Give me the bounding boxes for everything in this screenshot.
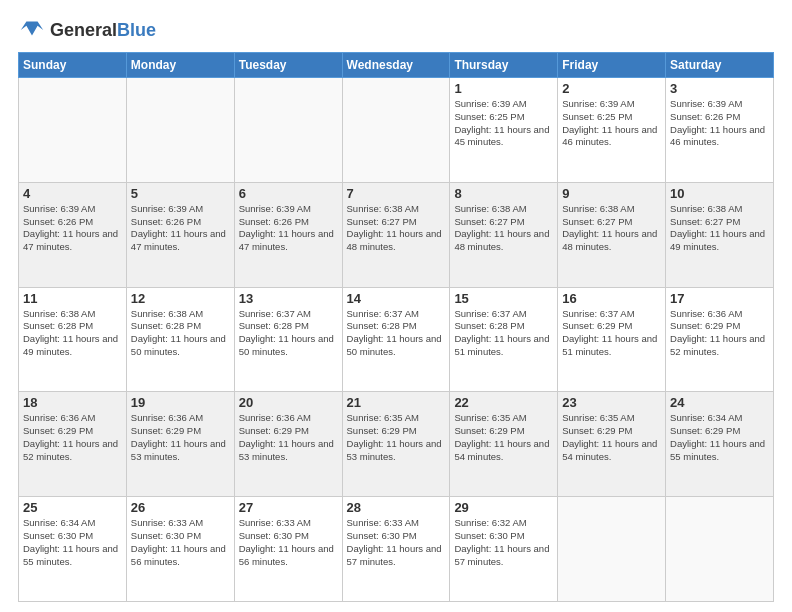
calendar-cell: 11Sunrise: 6:38 AM Sunset: 6:28 PM Dayli…: [19, 287, 127, 392]
day-of-week-header: Tuesday: [234, 53, 342, 78]
calendar-cell: [342, 78, 450, 183]
day-info: Sunrise: 6:37 AM Sunset: 6:28 PM Dayligh…: [454, 308, 553, 359]
calendar-cell: 23Sunrise: 6:35 AM Sunset: 6:29 PM Dayli…: [558, 392, 666, 497]
day-info: Sunrise: 6:34 AM Sunset: 6:30 PM Dayligh…: [23, 517, 122, 568]
day-info: Sunrise: 6:33 AM Sunset: 6:30 PM Dayligh…: [239, 517, 338, 568]
day-info: Sunrise: 6:35 AM Sunset: 6:29 PM Dayligh…: [562, 412, 661, 463]
day-of-week-header: Monday: [126, 53, 234, 78]
day-info: Sunrise: 6:39 AM Sunset: 6:26 PM Dayligh…: [23, 203, 122, 254]
day-number: 11: [23, 291, 122, 306]
day-info: Sunrise: 6:38 AM Sunset: 6:27 PM Dayligh…: [562, 203, 661, 254]
day-info: Sunrise: 6:35 AM Sunset: 6:29 PM Dayligh…: [454, 412, 553, 463]
day-number: 28: [347, 500, 446, 515]
day-number: 21: [347, 395, 446, 410]
day-info: Sunrise: 6:36 AM Sunset: 6:29 PM Dayligh…: [131, 412, 230, 463]
day-info: Sunrise: 6:37 AM Sunset: 6:29 PM Dayligh…: [562, 308, 661, 359]
day-number: 17: [670, 291, 769, 306]
calendar-cell: 26Sunrise: 6:33 AM Sunset: 6:30 PM Dayli…: [126, 497, 234, 602]
day-of-week-header: Friday: [558, 53, 666, 78]
day-number: 5: [131, 186, 230, 201]
day-info: Sunrise: 6:38 AM Sunset: 6:27 PM Dayligh…: [347, 203, 446, 254]
day-number: 4: [23, 186, 122, 201]
day-info: Sunrise: 6:36 AM Sunset: 6:29 PM Dayligh…: [239, 412, 338, 463]
day-info: Sunrise: 6:39 AM Sunset: 6:26 PM Dayligh…: [239, 203, 338, 254]
calendar-cell: 6Sunrise: 6:39 AM Sunset: 6:26 PM Daylig…: [234, 182, 342, 287]
calendar-table: SundayMondayTuesdayWednesdayThursdayFrid…: [18, 52, 774, 602]
day-info: Sunrise: 6:39 AM Sunset: 6:26 PM Dayligh…: [670, 98, 769, 149]
generalblue-logo-icon: [18, 16, 46, 44]
day-number: 22: [454, 395, 553, 410]
day-info: Sunrise: 6:37 AM Sunset: 6:28 PM Dayligh…: [239, 308, 338, 359]
calendar-week-row: 18Sunrise: 6:36 AM Sunset: 6:29 PM Dayli…: [19, 392, 774, 497]
day-info: Sunrise: 6:38 AM Sunset: 6:27 PM Dayligh…: [454, 203, 553, 254]
day-number: 1: [454, 81, 553, 96]
calendar-week-row: 11Sunrise: 6:38 AM Sunset: 6:28 PM Dayli…: [19, 287, 774, 392]
day-info: Sunrise: 6:39 AM Sunset: 6:25 PM Dayligh…: [454, 98, 553, 149]
calendar-cell: 20Sunrise: 6:36 AM Sunset: 6:29 PM Dayli…: [234, 392, 342, 497]
day-number: 19: [131, 395, 230, 410]
page: GeneralBlue SundayMondayTuesdayWednesday…: [0, 0, 792, 612]
calendar-cell: 15Sunrise: 6:37 AM Sunset: 6:28 PM Dayli…: [450, 287, 558, 392]
calendar-week-row: 4Sunrise: 6:39 AM Sunset: 6:26 PM Daylig…: [19, 182, 774, 287]
calendar-cell: 21Sunrise: 6:35 AM Sunset: 6:29 PM Dayli…: [342, 392, 450, 497]
calendar-cell: [558, 497, 666, 602]
day-number: 20: [239, 395, 338, 410]
day-info: Sunrise: 6:33 AM Sunset: 6:30 PM Dayligh…: [131, 517, 230, 568]
day-number: 7: [347, 186, 446, 201]
day-info: Sunrise: 6:38 AM Sunset: 6:27 PM Dayligh…: [670, 203, 769, 254]
day-number: 6: [239, 186, 338, 201]
day-number: 10: [670, 186, 769, 201]
calendar-cell: 28Sunrise: 6:33 AM Sunset: 6:30 PM Dayli…: [342, 497, 450, 602]
day-number: 27: [239, 500, 338, 515]
day-info: Sunrise: 6:32 AM Sunset: 6:30 PM Dayligh…: [454, 517, 553, 568]
calendar-cell: 5Sunrise: 6:39 AM Sunset: 6:26 PM Daylig…: [126, 182, 234, 287]
day-number: 26: [131, 500, 230, 515]
day-number: 16: [562, 291, 661, 306]
day-info: Sunrise: 6:36 AM Sunset: 6:29 PM Dayligh…: [670, 308, 769, 359]
logo: GeneralBlue: [18, 16, 156, 44]
day-number: 18: [23, 395, 122, 410]
calendar-cell: 18Sunrise: 6:36 AM Sunset: 6:29 PM Dayli…: [19, 392, 127, 497]
calendar-cell: 13Sunrise: 6:37 AM Sunset: 6:28 PM Dayli…: [234, 287, 342, 392]
day-number: 15: [454, 291, 553, 306]
day-info: Sunrise: 6:39 AM Sunset: 6:25 PM Dayligh…: [562, 98, 661, 149]
calendar-cell: 4Sunrise: 6:39 AM Sunset: 6:26 PM Daylig…: [19, 182, 127, 287]
day-number: 25: [23, 500, 122, 515]
day-number: 3: [670, 81, 769, 96]
calendar-cell: 17Sunrise: 6:36 AM Sunset: 6:29 PM Dayli…: [666, 287, 774, 392]
day-number: 23: [562, 395, 661, 410]
calendar-cell: 12Sunrise: 6:38 AM Sunset: 6:28 PM Dayli…: [126, 287, 234, 392]
calendar-week-row: 1Sunrise: 6:39 AM Sunset: 6:25 PM Daylig…: [19, 78, 774, 183]
day-number: 8: [454, 186, 553, 201]
calendar-cell: [19, 78, 127, 183]
day-info: Sunrise: 6:35 AM Sunset: 6:29 PM Dayligh…: [347, 412, 446, 463]
day-number: 9: [562, 186, 661, 201]
day-number: 2: [562, 81, 661, 96]
day-info: Sunrise: 6:34 AM Sunset: 6:29 PM Dayligh…: [670, 412, 769, 463]
calendar-cell: 3Sunrise: 6:39 AM Sunset: 6:26 PM Daylig…: [666, 78, 774, 183]
calendar-cell: [126, 78, 234, 183]
day-of-week-header: Wednesday: [342, 53, 450, 78]
calendar-cell: 19Sunrise: 6:36 AM Sunset: 6:29 PM Dayli…: [126, 392, 234, 497]
day-info: Sunrise: 6:36 AM Sunset: 6:29 PM Dayligh…: [23, 412, 122, 463]
calendar-week-row: 25Sunrise: 6:34 AM Sunset: 6:30 PM Dayli…: [19, 497, 774, 602]
calendar-cell: 29Sunrise: 6:32 AM Sunset: 6:30 PM Dayli…: [450, 497, 558, 602]
day-of-week-header: Sunday: [19, 53, 127, 78]
logo-blue-text: Blue: [117, 20, 156, 40]
day-info: Sunrise: 6:39 AM Sunset: 6:26 PM Dayligh…: [131, 203, 230, 254]
day-of-week-header: Saturday: [666, 53, 774, 78]
day-info: Sunrise: 6:38 AM Sunset: 6:28 PM Dayligh…: [131, 308, 230, 359]
calendar-cell: [234, 78, 342, 183]
calendar-cell: 24Sunrise: 6:34 AM Sunset: 6:29 PM Dayli…: [666, 392, 774, 497]
day-number: 13: [239, 291, 338, 306]
calendar-cell: 14Sunrise: 6:37 AM Sunset: 6:28 PM Dayli…: [342, 287, 450, 392]
calendar-cell: 16Sunrise: 6:37 AM Sunset: 6:29 PM Dayli…: [558, 287, 666, 392]
calendar-cell: 27Sunrise: 6:33 AM Sunset: 6:30 PM Dayli…: [234, 497, 342, 602]
calendar-cell: 22Sunrise: 6:35 AM Sunset: 6:29 PM Dayli…: [450, 392, 558, 497]
day-number: 12: [131, 291, 230, 306]
calendar-cell: 10Sunrise: 6:38 AM Sunset: 6:27 PM Dayli…: [666, 182, 774, 287]
header: GeneralBlue: [18, 16, 774, 44]
day-number: 14: [347, 291, 446, 306]
calendar-cell: 25Sunrise: 6:34 AM Sunset: 6:30 PM Dayli…: [19, 497, 127, 602]
day-of-week-header: Thursday: [450, 53, 558, 78]
